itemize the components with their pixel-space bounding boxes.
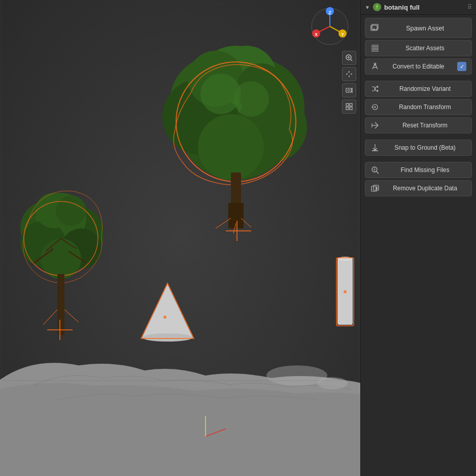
spawn-asset-button[interactable]: Spawn Asset [365, 18, 472, 38]
svg-line-61 [351, 59, 352, 61]
viewport-gizmo[interactable]: Z X Y [310, 6, 350, 47]
svg-point-8 [198, 114, 264, 180]
svg-rect-67 [350, 104, 352, 106]
find-missing-files-button[interactable]: Find Missing Files [365, 162, 472, 178]
svg-text:Z: Z [328, 10, 331, 15]
find-missing-files-label: Find Missing Files [384, 166, 466, 174]
svg-rect-15 [228, 203, 244, 228]
divider-1 [365, 77, 472, 79]
svg-point-42 [337, 257, 353, 261]
divider-3 [365, 158, 472, 160]
pan-control-btn[interactable] [342, 67, 356, 81]
svg-rect-34 [57, 274, 64, 335]
svg-point-65 [348, 89, 350, 91]
panel-menu-dots[interactable]: ⠿ [467, 4, 472, 11]
random-transform-button[interactable]: Random Transform [365, 99, 472, 115]
scatter-assets-label: Scatter Assets [384, 45, 466, 52]
right-panel: ▼ botaniq full ⠿ [360, 0, 476, 476]
reset-transform-label: Reset Transform [384, 122, 466, 129]
reset-transform-button[interactable]: Reset Transform [365, 117, 472, 133]
viewport-controls [342, 51, 356, 114]
random-transform-icon [370, 103, 380, 112]
snap-to-ground-button[interactable]: Snap to Ground (Beta) [365, 140, 472, 156]
remove-duplicate-data-icon [370, 184, 380, 193]
randomize-variant-button[interactable]: Randomize Variant [365, 81, 472, 97]
randomize-variant-label: Randomize Variant [384, 85, 466, 92]
svg-rect-68 [346, 107, 349, 110]
svg-point-2 [317, 377, 348, 389]
svg-rect-64 [346, 88, 351, 92]
svg-point-13 [233, 81, 269, 117]
remove-duplicate-data-label: Remove Duplicate Data [384, 185, 466, 192]
svg-point-44 [344, 290, 347, 293]
panel-header: ▼ botaniq full ⠿ [361, 0, 476, 15]
snap-to-ground-icon [370, 143, 380, 152]
panel-buttons-container: Spawn Asset Scatter Assets [361, 15, 476, 199]
panel-title: botaniq full [384, 4, 464, 11]
convert-to-editable-label: Convert to Editable [384, 63, 453, 70]
panel-collapse-arrow[interactable]: ▼ [365, 5, 370, 10]
spawn-asset-label: Spawn Asset [384, 24, 466, 32]
svg-line-88 [377, 172, 379, 174]
randomize-variant-icon [370, 84, 380, 93]
convert-to-editable-checkbox[interactable]: ✓ [457, 62, 466, 71]
svg-text:X: X [315, 32, 318, 37]
divider-2 [365, 135, 472, 138]
spawn-asset-icon [370, 23, 380, 32]
find-missing-files-icon [370, 165, 380, 175]
scatter-assets-icon [370, 44, 380, 53]
grid-control-btn[interactable] [342, 99, 356, 114]
reset-transform-icon [370, 121, 380, 130]
svg-rect-66 [346, 104, 349, 106]
3d-viewport[interactable]: Z X Y [0, 0, 360, 476]
convert-to-editable-button[interactable]: Convert to Editable ✓ [365, 58, 472, 75]
zoom-control-btn[interactable] [342, 51, 356, 65]
random-transform-label: Random Transform [384, 104, 466, 111]
camera-control-btn[interactable] [342, 83, 356, 97]
convert-to-editable-icon [370, 62, 380, 71]
botaniq-panel-icon [373, 3, 381, 11]
svg-point-41 [163, 316, 166, 319]
remove-duplicate-data-button[interactable]: Remove Duplicate Data [365, 180, 472, 196]
svg-point-71 [376, 5, 378, 7]
scatter-assets-button[interactable]: Scatter Assets [365, 40, 472, 56]
svg-point-28 [56, 195, 86, 226]
svg-text:Y: Y [341, 32, 344, 37]
terrain-base [0, 383, 360, 476]
svg-rect-69 [350, 107, 352, 110]
svg-point-39 [142, 333, 193, 342]
snap-to-ground-label: Snap to Ground (Beta) [384, 144, 466, 151]
